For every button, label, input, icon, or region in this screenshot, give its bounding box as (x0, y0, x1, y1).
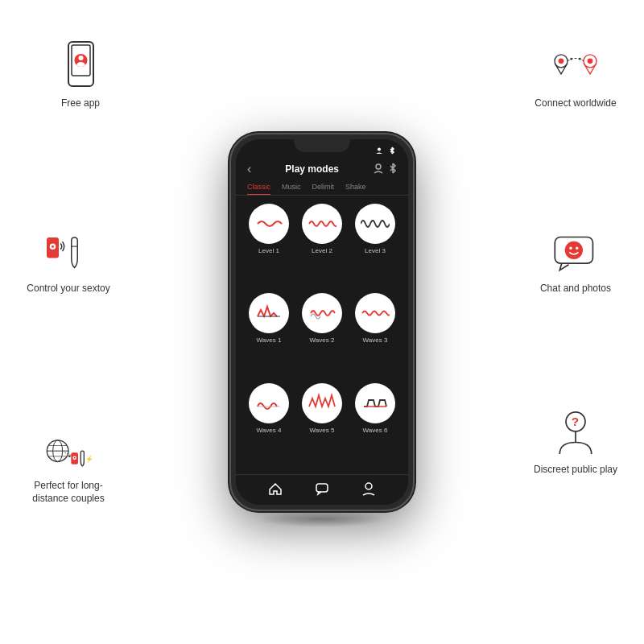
mode-level2[interactable]: Level 2 (299, 204, 345, 287)
screen-header: ‹ Play modes (236, 157, 408, 180)
bottom-nav (236, 474, 408, 505)
mode-level2-label: Level 2 (312, 247, 332, 254)
phone-notch (294, 134, 350, 152)
chat-label: Chat and photos (540, 283, 611, 295)
tab-delimit[interactable]: Delimit (312, 180, 335, 195)
mode-waves2[interactable]: Waves 2 (299, 293, 345, 376)
couples-label: Perfect for long-distance couples (24, 480, 113, 505)
page-container: Free app Control your sextoy (0, 0, 644, 644)
svg-text:⚡: ⚡ (85, 455, 93, 463)
mode-level3-label: Level 3 (365, 247, 386, 254)
header-actions (373, 163, 397, 175)
mode-waves4-label: Waves 4 (257, 427, 282, 434)
screen-title: Play modes (285, 163, 339, 175)
mode-waves2-circle (302, 293, 342, 333)
mode-waves4[interactable]: Waves 4 (246, 383, 292, 466)
feature-chat: Chat and photos (531, 229, 620, 295)
free-app-label: Free app (61, 97, 100, 110)
screen-tabs: Classic Music Delimit Shake (236, 180, 408, 196)
chat-nav-icon[interactable] (315, 481, 329, 498)
bluetooth-action-icon[interactable] (389, 163, 397, 175)
mode-level2-circle (302, 204, 342, 244)
mode-level1-circle (249, 204, 289, 244)
svg-point-4 (76, 62, 85, 67)
mode-waves5-label: Waves 5 (310, 427, 335, 434)
mode-waves1-circle (249, 293, 289, 333)
svg-point-3 (78, 56, 83, 60)
home-nav-icon[interactable] (268, 481, 283, 498)
svg-point-25 (579, 57, 581, 60)
chat-icon (551, 229, 600, 278)
person-icon (374, 146, 384, 155)
svg-rect-38 (316, 484, 328, 492)
profile-nav-icon[interactable] (361, 481, 376, 498)
couples-icon: ⚡ (44, 427, 93, 475)
discreet-icon: ? (551, 411, 600, 459)
svg-point-18 (68, 455, 71, 457)
status-icons (374, 146, 397, 155)
person-action-icon[interactable] (373, 163, 384, 175)
feature-couples: ⚡ Perfect for long-distance couples (24, 427, 113, 505)
feature-control: Control your sextoy (24, 229, 113, 295)
tab-music[interactable]: Music (282, 180, 301, 195)
discreet-label: Discreet public play (534, 464, 617, 477)
free-app-icon (56, 44, 105, 93)
mode-waves3-circle (355, 293, 395, 333)
svg-point-39 (365, 483, 372, 489)
mode-waves5[interactable]: Waves 5 (299, 383, 345, 466)
phone: ‹ Play modes (229, 133, 415, 511)
svg-point-34 (376, 164, 381, 169)
svg-point-29 (576, 246, 578, 249)
svg-point-21 (559, 58, 564, 64)
tab-shake[interactable]: Shake (345, 180, 366, 195)
svg-text:?: ? (572, 414, 579, 427)
svg-point-7 (52, 245, 54, 247)
mode-waves5-circle (302, 383, 342, 423)
mode-level3[interactable]: Level 3 (352, 204, 398, 287)
mode-waves1-label: Waves 1 (257, 336, 282, 344)
mode-level1-label: Level 1 (258, 247, 279, 254)
mode-waves1[interactable]: Waves 1 (246, 293, 292, 376)
svg-point-24 (570, 57, 572, 60)
svg-point-33 (378, 148, 381, 151)
svg-point-23 (588, 58, 593, 64)
mode-waves4-circle (249, 383, 289, 423)
feature-connect: Connect worldwide (531, 44, 620, 110)
phone-body: ‹ Play modes (229, 133, 415, 511)
bluetooth-icon (387, 146, 397, 155)
svg-point-16 (74, 456, 76, 458)
tab-classic[interactable]: Classic (247, 180, 270, 195)
back-button[interactable]: ‹ (247, 162, 251, 176)
control-icon (44, 229, 93, 278)
svg-point-28 (569, 246, 572, 249)
mode-level1[interactable]: Level 1 (246, 204, 292, 287)
modes-grid: Level 1 Level 2 (236, 196, 408, 474)
svg-point-27 (565, 241, 583, 258)
mode-waves3[interactable]: Waves 3 (352, 293, 398, 376)
connect-label: Connect worldwide (535, 97, 616, 110)
mode-waves6-label: Waves 6 (363, 427, 388, 434)
mode-waves6[interactable]: Waves 6 (352, 383, 398, 466)
mode-waves6-circle (355, 383, 395, 423)
feature-discreet: ? Discreet public play (531, 411, 620, 477)
mode-level3-circle (355, 204, 395, 244)
control-label: Control your sextoy (27, 283, 109, 295)
phone-shadow (258, 511, 386, 527)
mode-waves2-label: Waves 2 (310, 336, 335, 344)
phone-screen: ‹ Play modes (236, 139, 408, 505)
connect-icon (551, 44, 600, 93)
feature-free-app: Free app (36, 44, 125, 110)
mode-waves3-label: Waves 3 (363, 336, 388, 344)
